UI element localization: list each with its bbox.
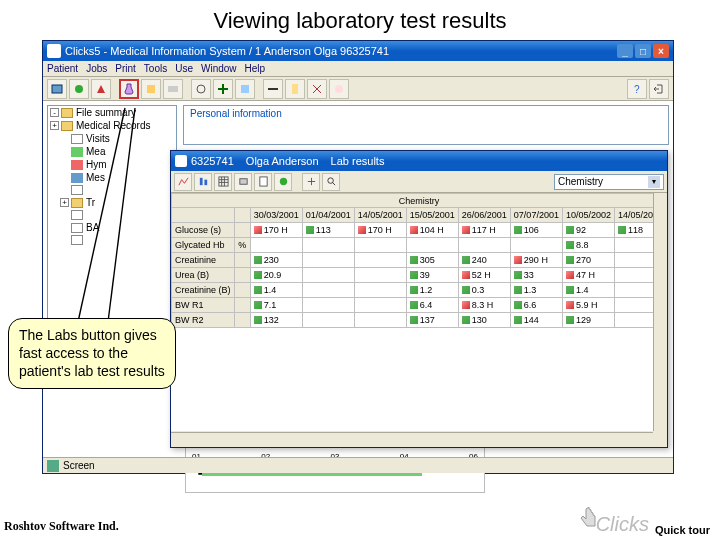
toolbar-btn-5[interactable]	[141, 79, 161, 99]
maximize-button[interactable]: □	[635, 44, 651, 58]
lab-date-header[interactable]: 10/05/2002	[562, 208, 614, 223]
lab-value-cell[interactable]: 52 H	[458, 268, 510, 283]
lab-value-cell[interactable]	[354, 268, 406, 283]
lab-value-cell[interactable]: 132	[250, 313, 302, 328]
toolbar-btn-3[interactable]	[91, 79, 111, 99]
labs-button[interactable]	[119, 79, 139, 99]
lab-value-cell[interactable]: 92	[562, 223, 614, 238]
tree-item[interactable]: +Medical Records	[48, 119, 176, 132]
lab-date-header[interactable]: 01/04/2001	[302, 208, 354, 223]
lab-tb-7[interactable]	[302, 173, 320, 191]
lab-scroll-vertical[interactable]	[653, 193, 667, 431]
lab-value-cell[interactable]: 106	[510, 223, 562, 238]
lab-panel-combo[interactable]: Chemistry ▾	[554, 174, 664, 190]
menu-jobs[interactable]: Jobs	[86, 63, 107, 74]
tree-item[interactable]: Mes	[48, 171, 176, 184]
tree-expand-icon[interactable]: +	[50, 121, 59, 130]
lab-value-cell[interactable]	[302, 268, 354, 283]
lab-date-header[interactable]: 14/05/2001	[354, 208, 406, 223]
lab-value-cell[interactable]: 8.3 H	[458, 298, 510, 313]
tree-item[interactable]: -File summary	[48, 106, 176, 119]
lab-value-cell[interactable]: 1.3	[510, 283, 562, 298]
tree-item[interactable]	[48, 184, 176, 196]
lab-value-cell[interactable]: 170 H	[250, 223, 302, 238]
lab-value-cell[interactable]	[354, 283, 406, 298]
tree-item[interactable]: Visits	[48, 132, 176, 145]
lab-value-cell[interactable]	[302, 283, 354, 298]
lab-value-cell[interactable]: 6.4	[406, 298, 458, 313]
lab-row[interactable]: Creatinine (B)1.41.20.31.31.4	[172, 283, 667, 298]
lab-value-cell[interactable]	[354, 313, 406, 328]
lab-value-cell[interactable]	[302, 298, 354, 313]
lab-value-cell[interactable]: 230	[250, 253, 302, 268]
toolbar-btn-8[interactable]	[213, 79, 233, 99]
lab-value-cell[interactable]	[458, 238, 510, 253]
tree-item[interactable]: BA	[48, 221, 176, 234]
lab-value-cell[interactable]: 39	[406, 268, 458, 283]
lab-value-cell[interactable]: 113	[302, 223, 354, 238]
lab-value-cell[interactable]	[302, 238, 354, 253]
lab-value-cell[interactable]: 6.6	[510, 298, 562, 313]
tree-item[interactable]: Mea	[48, 145, 176, 158]
lab-value-cell[interactable]: 20.9	[250, 268, 302, 283]
lab-value-cell[interactable]: 47 H	[562, 268, 614, 283]
lab-value-cell[interactable]: 33	[510, 268, 562, 283]
lab-row[interactable]: Glucose (s)170 H113170 H104 H117 H106921…	[172, 223, 667, 238]
lab-scroll-horizontal[interactable]	[171, 432, 653, 447]
toolbar-btn-12[interactable]	[307, 79, 327, 99]
minimize-button[interactable]: _	[617, 44, 633, 58]
lab-value-cell[interactable]: 137	[406, 313, 458, 328]
toolbar-btn-1[interactable]	[47, 79, 67, 99]
menu-patient[interactable]: Patient	[47, 63, 78, 74]
toolbar-btn-6[interactable]	[163, 79, 183, 99]
lab-value-cell[interactable]: 290 H	[510, 253, 562, 268]
toolbar-btn-2[interactable]	[69, 79, 89, 99]
tree-item[interactable]: +Tr	[48, 196, 176, 209]
lab-tb-4[interactable]	[234, 173, 252, 191]
close-button[interactable]: ×	[653, 44, 669, 58]
menu-help[interactable]: Help	[245, 63, 266, 74]
lab-value-cell[interactable]	[354, 238, 406, 253]
help-icon[interactable]: ?	[627, 79, 647, 99]
lab-date-header[interactable]: 26/06/2001	[458, 208, 510, 223]
tree-item[interactable]	[48, 209, 176, 221]
lab-date-header[interactable]: 15/05/2001	[406, 208, 458, 223]
lab-row[interactable]: Creatinine230305240290 H270	[172, 253, 667, 268]
lab-value-cell[interactable]: 170 H	[354, 223, 406, 238]
lab-value-cell[interactable]: 117 H	[458, 223, 510, 238]
lab-value-cell[interactable]: 129	[562, 313, 614, 328]
lab-value-cell[interactable]: 0.3	[458, 283, 510, 298]
lab-value-cell[interactable]: 305	[406, 253, 458, 268]
lab-value-cell[interactable]: 1.4	[562, 283, 614, 298]
toolbar-btn-9[interactable]	[235, 79, 255, 99]
lab-date-header[interactable]: 07/07/2001	[510, 208, 562, 223]
lab-row[interactable]: BW R17.16.48.3 H6.65.9 H	[172, 298, 667, 313]
lab-results-grid[interactable]: Chemistry30/03/200101/04/200114/05/20011…	[171, 193, 667, 431]
tree-item[interactable]: Hym	[48, 158, 176, 171]
toolbar-btn-13[interactable]	[329, 79, 349, 99]
lab-value-cell[interactable]: 130	[458, 313, 510, 328]
lab-row[interactable]: BW R2132137130144129	[172, 313, 667, 328]
tree-expand-icon[interactable]: -	[50, 108, 59, 117]
toolbar-btn-10[interactable]	[263, 79, 283, 99]
menu-window[interactable]: Window	[201, 63, 237, 74]
lab-tb-2[interactable]	[194, 173, 212, 191]
lab-value-cell[interactable]	[302, 313, 354, 328]
lab-value-cell[interactable]	[250, 238, 302, 253]
lab-value-cell[interactable]: 1.4	[250, 283, 302, 298]
lab-value-cell[interactable]: 144	[510, 313, 562, 328]
menu-print[interactable]: Print	[115, 63, 136, 74]
lab-value-cell[interactable]	[354, 298, 406, 313]
lab-value-cell[interactable]: 104 H	[406, 223, 458, 238]
lab-value-cell[interactable]: 8.8	[562, 238, 614, 253]
lab-tb-6[interactable]	[274, 173, 292, 191]
tree-item[interactable]	[48, 234, 176, 246]
lab-row[interactable]: Urea (B)20.93952 H3347 H	[172, 268, 667, 283]
lab-row[interactable]: Glycated Hb%8.8	[172, 238, 667, 253]
lab-tb-1[interactable]	[174, 173, 192, 191]
menu-use[interactable]: Use	[175, 63, 193, 74]
lab-value-cell[interactable]: 270	[562, 253, 614, 268]
toolbar-btn-11[interactable]	[285, 79, 305, 99]
exit-icon[interactable]	[649, 79, 669, 99]
lab-value-cell[interactable]	[302, 253, 354, 268]
